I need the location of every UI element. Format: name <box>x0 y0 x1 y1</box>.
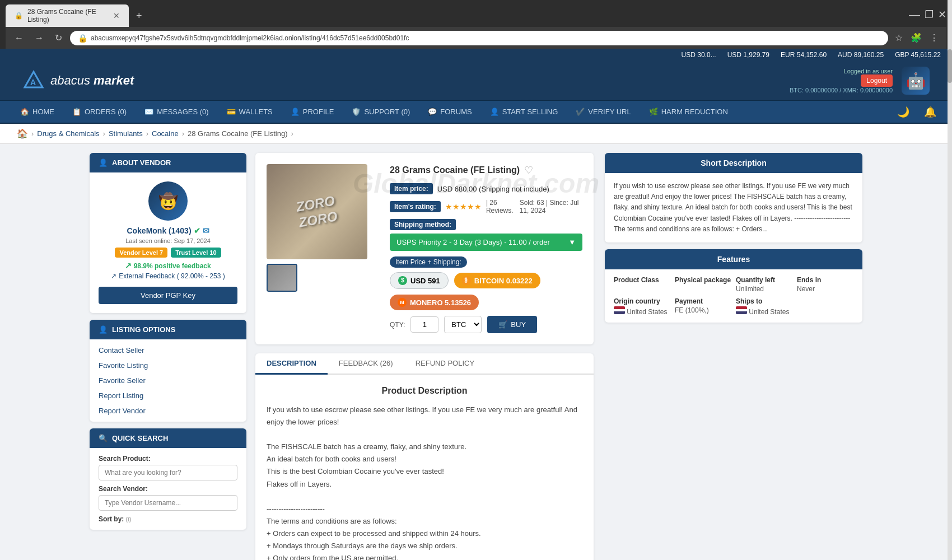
btc-info: BTC: 0.00000000 / XMR: 0.00000000 <box>790 87 893 94</box>
qty-input[interactable] <box>410 316 438 333</box>
breadcrumb-drugs[interactable]: Drugs & Chemicals <box>37 129 99 138</box>
nav-support[interactable]: 🛡️ SUPPORT (0) <box>343 101 419 123</box>
vendor-name[interactable]: CokeMonk (1403) ✔ ✉ <box>99 226 237 235</box>
url-bar[interactable]: 🔒 abacusmxepyq47fgshe7x5svdv6lh5dtnqvgmd… <box>70 31 888 45</box>
breadcrumb-stimulants[interactable]: Stimulants <box>109 129 143 138</box>
main-container: 👤 ABOUT VENDOR 🤠 CokeMonk (1403) ✔ ✉ Las… <box>73 144 879 560</box>
cocaine-image: ZOROZORO <box>267 164 367 259</box>
message-icon[interactable]: ✉ <box>203 226 209 235</box>
nav-orders[interactable]: 📋 ORDERS (0) <box>63 101 136 123</box>
xmr-price: M MONERO 5.13526 <box>390 295 479 310</box>
breadcrumb-sep-0: › <box>31 129 34 138</box>
level-badges: Vendor Level 7 Trust Level 10 <box>99 248 237 258</box>
breadcrumb-current: 28 Grams Cocaine (FE Listing) <box>188 129 287 138</box>
features-grid: Product Class Physical package Quantity … <box>605 269 862 323</box>
product-desc-title: Product Description <box>267 386 582 396</box>
scroll-thumb[interactable] <box>948 49 952 83</box>
nav-verify-url[interactable]: ✔️ VERIFY URL <box>567 101 640 123</box>
site-header: A abacus market Logged in as user Logout… <box>0 61 952 101</box>
nav-bar: 🏠 HOME 📋 ORDERS (0) ✉️ MESSAGES (0) 💳 WA… <box>0 101 952 124</box>
item-price-label: Item price: <box>390 183 433 194</box>
external-feedback[interactable]: ↗ External Feedback ( 92.00% - 253 ) <box>99 272 237 280</box>
buy-button[interactable]: 🛒 BUY <box>487 316 537 333</box>
search-vendor-input[interactable] <box>99 495 237 511</box>
wishlist-button[interactable]: ♡ <box>524 164 533 176</box>
product-main-image[interactable]: ZOROZORO <box>267 164 367 259</box>
listing-options-header: 👤 LISTING OPTIONS <box>90 320 246 339</box>
new-tab-btn[interactable]: + <box>132 8 147 24</box>
nav-profile[interactable]: 👤 PROFILE <box>282 101 343 123</box>
nav-harm-reduction[interactable]: 🌿 HARM REDUCTION <box>640 101 737 123</box>
rating-row: Item's rating: ★★★★★ | 26 Reviews. Sold:… <box>390 199 582 214</box>
scrollbar[interactable] <box>948 0 952 560</box>
usd-price: $ USD 591 <box>390 272 449 289</box>
reload-btn[interactable]: ↻ <box>52 30 66 45</box>
logout-button[interactable]: Logout <box>861 74 893 87</box>
rating-label: Item's rating: <box>390 201 441 212</box>
ticker-aud: AUD 89,160.25 <box>838 51 884 59</box>
nav-messages[interactable]: ✉️ MESSAGES (0) <box>136 101 217 123</box>
bookmark-btn[interactable]: ☆ <box>893 30 905 45</box>
logo-icon: A <box>22 69 45 92</box>
ticker-bar: USD 30.0... USD 1,929.79 EUR 54,152.60 A… <box>0 49 952 61</box>
tab-icon: 🔒 <box>15 12 23 20</box>
feature-origin-country: Origin country United States <box>614 297 670 316</box>
nav-wallets[interactable]: 💳 WALLETS <box>218 101 282 123</box>
vendor-level-badge: Vendor Level 7 <box>115 248 167 258</box>
tab-feedback-btn[interactable]: FEEDBACK (26) <box>328 353 404 375</box>
xmr-icon: M <box>398 298 407 307</box>
breadcrumb-home[interactable]: 🏠 <box>17 128 28 139</box>
site-logo[interactable]: A abacus market <box>22 69 134 92</box>
extensions-btn[interactable]: 🧩 <box>908 30 924 45</box>
feature-ends-in: Ends in Never <box>797 276 853 293</box>
product-thumbnail[interactable] <box>267 264 297 292</box>
settings-btn[interactable]: ⋮ <box>927 30 941 45</box>
pgp-key-button[interactable]: Vendor PGP Key <box>99 287 237 304</box>
tab-refund-btn[interactable]: REFUND POLICY <box>404 353 486 375</box>
search-body: Search Product: Search Vendor: Sort by: … <box>90 448 246 530</box>
product-outer: ZOROZORO 28 Grams Cocaine (FE <box>255 153 862 560</box>
buy-row: QTY: BTC XMR USD 🛒 BUY <box>390 316 582 333</box>
favorite-listing-option[interactable]: Favorite Listing <box>99 359 237 372</box>
vendor-avatar-image: 🤠 <box>148 181 188 221</box>
stars: ★★★★★ <box>445 202 482 211</box>
cocaine-text: ZOROZORO <box>295 193 339 230</box>
price-options: $ USD 591 ₿ BITCOIN 0.03222 <box>390 272 582 310</box>
search-icon: 🔍 <box>99 434 108 442</box>
search-product-input[interactable] <box>99 465 237 480</box>
feature-payment: Payment FE (100%,) <box>675 297 731 316</box>
currency-select[interactable]: BTC XMR USD <box>444 316 482 333</box>
search-vendor-label: Search Vendor: <box>99 485 237 493</box>
price-section: Item Price + Shipping: $ USD 591 ₿ <box>390 256 582 310</box>
tabs-container: DESCRIPTION FEEDBACK (26) REFUND POLICY … <box>255 353 594 560</box>
tab-description-btn[interactable]: DESCRIPTION <box>255 353 328 375</box>
close-btn[interactable]: ✕ <box>938 8 946 21</box>
contact-seller-option[interactable]: Contact Seller <box>99 344 237 357</box>
nav-home[interactable]: 🏠 HOME <box>11 101 63 123</box>
forward-btn[interactable]: → <box>31 31 47 45</box>
url-text: abacusmxepyq47fgshe7x5svdv6lh5dtnqvgmdbf… <box>91 34 880 42</box>
browser-chrome: 🔒 28 Grams Cocaine (FE Listing) ✕ + — ❐ … <box>0 0 952 49</box>
favorite-seller-option[interactable]: Favorite Seller <box>99 374 237 387</box>
shipping-select[interactable]: USPS Priority 2 - 3 Day (3 Days) - 11.00… <box>390 234 582 251</box>
active-tab[interactable]: 🔒 28 Grams Cocaine (FE Listing) ✕ <box>6 4 129 27</box>
nav-start-selling[interactable]: 👤 START SELLING <box>481 101 567 123</box>
minimize-btn[interactable]: — <box>909 8 920 21</box>
cart-icon: 🛒 <box>498 320 507 329</box>
report-vendor-option[interactable]: Report Vendor <box>99 404 237 417</box>
features-header: Features <box>605 249 862 269</box>
ships-to-flag <box>736 306 747 314</box>
item-price-value: USD 680.00 (Shipping not include) <box>437 185 549 193</box>
breadcrumb-cocaine[interactable]: Cocaine <box>152 129 179 138</box>
nav-forums[interactable]: 💬 FORUMS <box>419 101 480 123</box>
tab-bar: 🔒 28 Grams Cocaine (FE Listing) ✕ + — ❐ … <box>6 4 946 27</box>
restore-btn[interactable]: ❐ <box>925 8 934 21</box>
report-listing-option[interactable]: Report Listing <box>99 389 237 402</box>
notifications-btn[interactable]: 🔔 <box>920 101 941 123</box>
breadcrumb-sep-4: › <box>291 129 293 138</box>
tab-close-btn[interactable]: ✕ <box>113 11 120 20</box>
nav-right-icons: 🌙 🔔 <box>893 101 941 123</box>
back-btn[interactable]: ← <box>11 31 27 45</box>
ticker-usd1: USD 30.0... <box>682 51 716 59</box>
dark-mode-btn[interactable]: 🌙 <box>893 101 914 123</box>
